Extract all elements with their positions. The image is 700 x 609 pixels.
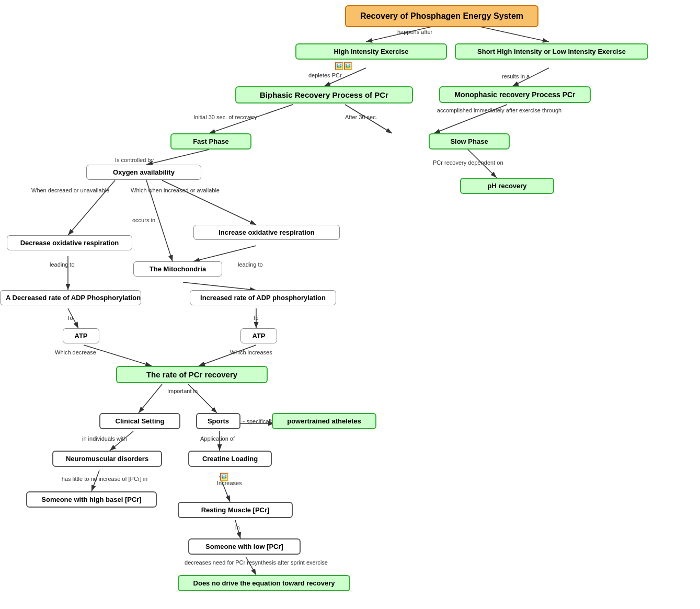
label-when-increased: Which when increased or available [131, 187, 220, 193]
svg-line-8 [146, 150, 209, 165]
image-icon-1: 🖼️🖼️ [335, 62, 352, 70]
resting-muscle-node: Resting Muscle [PCr] [178, 502, 293, 518]
short-high-node: Short High Intensity or Low Intensity Ex… [455, 43, 648, 60]
label-in-individuals: in individuals with [82, 435, 127, 442]
image-icon-2: 🖼️ [220, 473, 228, 481]
label-decreases-need: decreases need for PCr resynthesis after… [173, 559, 340, 566]
high-intensity-node: High Intensity Exercise [295, 43, 447, 60]
label-accomplished: accomplished immediately after exercise … [434, 107, 565, 113]
powertrained-node: powertrained atheletes [272, 413, 376, 429]
sports-node: Sports [196, 413, 240, 429]
label-to1: To [67, 315, 73, 321]
label-controlled-by: Is controlled by [115, 157, 154, 163]
label-leading-to1: leading to [50, 261, 75, 268]
low-pcr-node: Someone with low [PCr] [188, 538, 301, 555]
neuro-node: Neuromuscular disorders [52, 451, 162, 467]
no-drive-node: Does no drive the equation toward recove… [178, 575, 350, 591]
label-important-in: Important in [167, 388, 198, 394]
mitochondria-node: The Mitochondria [133, 261, 222, 277]
label-specifically: ~ specifically [242, 418, 274, 424]
label-initial-30: Initial 30 sec. of recovery [193, 114, 257, 120]
clinical-node: Clinical Setting [99, 413, 180, 429]
pcr-rate-node: The rate of PCr recovery [116, 366, 268, 383]
svg-line-13 [193, 246, 256, 261]
increased-adp-node: Increased rate of ADP phosphorylation [190, 290, 336, 305]
increase-ox-node: Increase oxidative respiration [193, 225, 340, 240]
atp1-node: ATP [63, 328, 99, 343]
label-application-of: Application of [200, 435, 235, 442]
fast-phase-node: Fast Phase [170, 133, 251, 150]
label-when-decreased: When decreaed or unavailable [31, 187, 109, 193]
label-in: in [235, 524, 240, 531]
label-to2: To [253, 315, 259, 321]
decreased-adp-node: A Decreased rate of ADP Phosphorylation [0, 290, 141, 305]
label-depletes-pcr: depletes PCr [308, 72, 342, 78]
creatine-node: Creatine Loading [188, 451, 272, 467]
svg-line-19 [199, 345, 256, 366]
atp2-node: ATP [240, 328, 277, 343]
root-node: Recovery of Phosphagen Energy System [345, 5, 538, 27]
slow-phase-node: Slow Phase [429, 133, 510, 150]
svg-line-15 [183, 282, 256, 290]
label-occurs-in: occurs in [132, 217, 155, 223]
ph-recovery-node: pH recovery [460, 178, 554, 194]
oxygen-node: Oxygen availability [86, 165, 201, 180]
label-leading-to2: leading to [238, 261, 263, 268]
label-which-decrease: Which decrease [55, 349, 96, 355]
label-after-30: After 30 sec. [345, 114, 377, 120]
decrease-ox-node: Decrease oxidative respiration [7, 235, 132, 250]
label-pcr-dependent: PCr recovery dependent on [433, 159, 503, 166]
monophasic-node: Monophasic recovery Process PCr [439, 86, 591, 103]
label-results-in: results in a [502, 73, 530, 79]
label-has-little: has little to no increase of [PCr] in [42, 476, 167, 482]
label-happens-after: happens after [397, 29, 432, 35]
label-which-increases: Which increases [230, 349, 272, 355]
biphasic-node: Biphasic Recovery Process of PCr [235, 86, 413, 104]
high-basal-node: Someone with high basel [PCr] [26, 491, 157, 508]
svg-line-20 [139, 384, 162, 413]
svg-line-18 [84, 345, 152, 366]
